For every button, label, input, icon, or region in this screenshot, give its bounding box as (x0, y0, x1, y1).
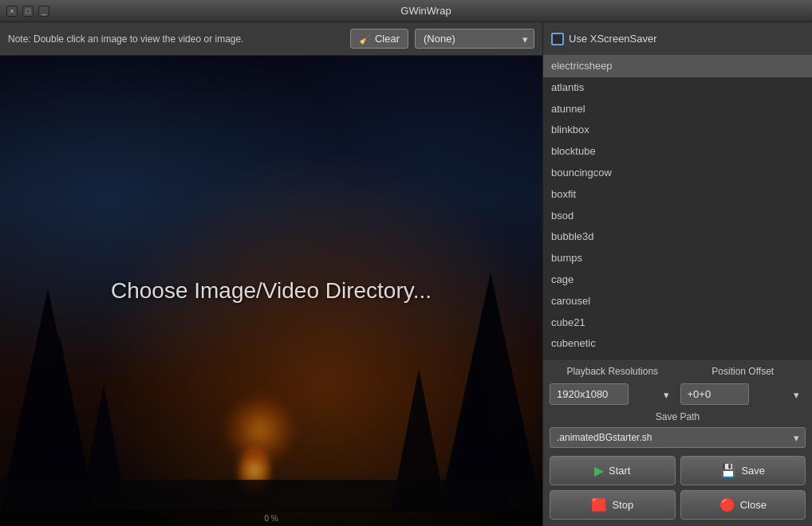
list-item[interactable]: atlantis (543, 77, 812, 99)
titlebar-spacer (794, 6, 806, 17)
screensaver-list[interactable]: electricsheepatlantisatunnelblinkboxbloc… (543, 56, 812, 359)
list-item[interactable]: blinkbox (543, 120, 812, 141)
main-container: Note: Double click an image to view the … (0, 22, 812, 526)
settings-section: Playback Resolutions Position Offset 192… (543, 359, 812, 456)
stop-label: Stop (612, 499, 633, 511)
none-dropdown[interactable]: (None) (415, 29, 534, 49)
savepath-dropdown-wrap: .animatedBGstarter.sh (550, 427, 806, 448)
list-item[interactable]: blocktube (543, 141, 812, 163)
list-item[interactable]: carousel (543, 291, 812, 312)
save-button[interactable]: 💾 Save (680, 456, 806, 485)
xscreensaver-row: Use XScreenSaver (543, 22, 812, 56)
progress-text: 0 % (264, 514, 278, 523)
clear-label: Clear (375, 33, 400, 45)
preview-bottom-bar: 0 % (0, 510, 542, 526)
xscreensaver-checkbox-group: Use XScreenSaver (551, 33, 657, 45)
playback-resolutions-label: Playback Resolutions (550, 366, 676, 377)
ground (0, 480, 542, 512)
left-panel: Note: Double click an image to view the … (0, 22, 542, 526)
list-item[interactable]: bumps (543, 248, 812, 269)
position-offset-label: Position Offset (680, 366, 806, 377)
minimize-window-button[interactable]: _ (38, 6, 49, 17)
list-item[interactable]: bouncingcow (543, 163, 812, 184)
close-icon: 🔴 (719, 497, 735, 512)
toolbar-note: Note: Double click an image to view the … (8, 33, 344, 45)
save-path-label: Save Path (550, 411, 806, 422)
list-item[interactable]: electricsheep (543, 56, 812, 77)
none-dropdown-wrapper: (None) (415, 29, 534, 49)
start-label: Start (609, 465, 630, 477)
stop-button[interactable]: 🟥 Stop (550, 490, 676, 520)
close-window-button[interactable]: × (6, 6, 18, 17)
toolbar: Note: Double click an image to view the … (0, 22, 542, 56)
list-item[interactable]: bsod (543, 206, 812, 227)
close-button[interactable]: 🔴 Close (680, 490, 806, 520)
save-label: Save (741, 465, 765, 477)
list-item[interactable]: cage (543, 269, 812, 291)
resolution-dropdown[interactable]: 1920x10801280x7202560x14403840x2160 (550, 383, 629, 405)
titlebar: × □ _ GWinWrap (0, 0, 812, 22)
xscreensaver-label[interactable]: Use XScreenSaver (569, 33, 657, 45)
titlebar-controls: × □ _ (6, 6, 49, 17)
window-title: GWinWrap (57, 5, 794, 17)
list-item[interactable]: cube21 (543, 312, 812, 334)
start-button[interactable]: ▶ Start (550, 456, 676, 485)
stop-icon: 🟥 (591, 497, 607, 512)
preview-area[interactable]: Choose Image/Video Directory... 0 % (0, 56, 542, 526)
list-item[interactable]: cubenetic (543, 333, 812, 355)
list-item[interactable]: bubble3d (543, 226, 812, 248)
resolution-dropdown-wrap: 1920x10801280x7202560x14403840x2160 (550, 383, 676, 405)
maximize-window-button[interactable]: □ (22, 6, 34, 17)
xscreensaver-checkbox[interactable] (551, 33, 564, 45)
list-item[interactable]: boxfit (543, 184, 812, 206)
save-icon: 💾 (720, 463, 736, 478)
action-buttons: ▶ Start 💾 Save 🟥 Stop 🔴 Close (543, 456, 812, 526)
close-label: Close (740, 499, 767, 511)
savepath-dropdown[interactable]: .animatedBGstarter.sh (550, 427, 806, 448)
start-icon: ▶ (594, 463, 604, 478)
dropdowns-row: 1920x10801280x7202560x14403840x2160 +0+0… (550, 383, 806, 405)
offset-dropdown-wrap: +0+0+1920+0+0+1080 (680, 383, 806, 405)
broom-icon: 🧹 (359, 33, 372, 45)
right-panel: Use XScreenSaver electricsheepatlantisat… (542, 22, 812, 526)
list-item[interactable]: atunnel (543, 99, 812, 120)
offset-dropdown[interactable]: +0+0+1920+0+0+1080 (680, 383, 749, 405)
preview-text: Choose Image/Video Directory... (111, 278, 432, 304)
clear-button[interactable]: 🧹 Clear (350, 29, 408, 49)
labels-row: Playback Resolutions Position Offset (550, 366, 806, 377)
